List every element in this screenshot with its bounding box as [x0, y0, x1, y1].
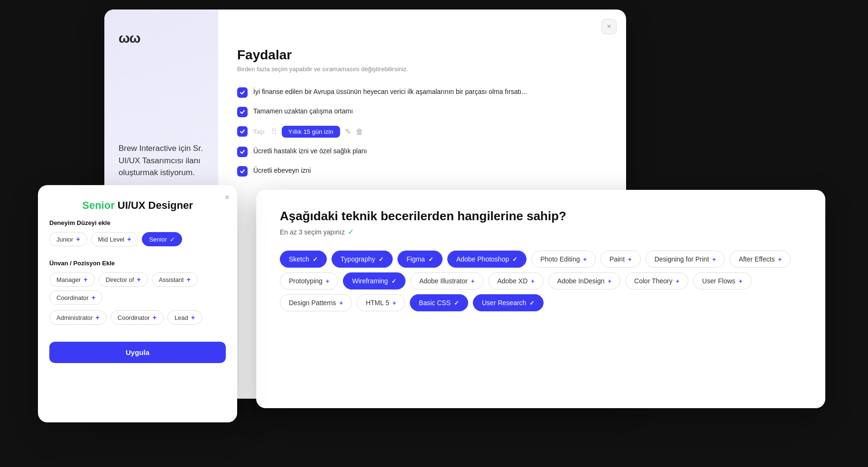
skill-photo-editing-plus-icon: + — [583, 256, 587, 263]
benefit-highlighted-row: Taşı ⠿ Yıllık 15 gün izin ✎ 🗑 — [253, 126, 363, 138]
skill-prototyping-plus-icon: + — [326, 278, 330, 285]
skill-figma[interactable]: Figma ✓ — [397, 251, 443, 268]
close-button[interactable]: × — [601, 19, 617, 34]
skill-user-research[interactable]: User Research ✓ — [473, 294, 544, 311]
skill-user-flows-label: User Flows — [702, 277, 735, 285]
skill-html5[interactable]: HTML 5 + — [357, 294, 405, 311]
title-rest: UI/UX Designer — [115, 199, 193, 211]
skills-title: Aşağıdaki teknik becerilerden hangilerin… — [280, 209, 802, 224]
benefit-text-5: Ücretli ebeveyn izni — [253, 166, 311, 176]
position-tag-coordinator1[interactable]: Coordinator + — [49, 290, 102, 305]
benefit-checkbox-2[interactable] — [237, 107, 248, 117]
card-mid-close-button[interactable]: × — [224, 193, 230, 203]
benefit-checkbox-5[interactable] — [237, 166, 248, 177]
benefit-checkbox-4[interactable] — [237, 147, 248, 157]
section-title: Faydalar — [237, 47, 607, 63]
edit-icon[interactable]: ✎ — [345, 127, 351, 136]
skill-designing-for-print-plus-icon: + — [712, 256, 716, 263]
benefit-tag-vacation: Yıllık 15 gün izin — [282, 126, 340, 138]
position-tag-lead[interactable]: Lead + — [167, 310, 202, 325]
logo: ωω — [119, 31, 140, 46]
skill-figma-check-icon: ✓ — [428, 256, 434, 263]
position-assistant-plus-icon: + — [186, 276, 190, 283]
skills-check-icon: ✓ — [348, 227, 354, 236]
skill-user-flows[interactable]: User Flows + — [693, 272, 751, 290]
skill-user-research-label: User Research — [482, 299, 526, 307]
skill-adobe-indesign-plus-icon: + — [608, 278, 612, 285]
skill-sketch-check-icon: ✓ — [313, 256, 318, 263]
exp-midlevel-plus-icon: + — [127, 235, 131, 243]
skill-adobe-illustrator[interactable]: Adobe Illustrator + — [410, 272, 484, 290]
skill-adobe-photoshop-label: Adobe Photoshop — [456, 255, 509, 263]
skill-user-flows-plus-icon: + — [739, 278, 742, 285]
benefit-item-4: Ücretli hastalık izni ve özel sağlık pla… — [237, 146, 607, 157]
benefit-checkbox-1[interactable] — [237, 87, 248, 98]
exp-senior-label: Senior — [149, 236, 167, 243]
position-tag-manager[interactable]: Manager + — [49, 272, 95, 287]
benefit-item-2: Tamamen uzaktan çalışma ortamı — [237, 106, 607, 117]
skill-prototyping-label: Prototyping — [289, 277, 323, 285]
skill-after-effects-label: After Effects — [739, 255, 775, 263]
skills-subtitle-text: En az 3 seçim yapınız — [280, 228, 345, 236]
skill-design-patterns-plus-icon: + — [340, 299, 343, 307]
position-director-plus-icon: + — [137, 276, 140, 283]
apply-button[interactable]: Uygula — [49, 342, 226, 363]
skill-wireframing-check-icon: ✓ — [391, 278, 397, 285]
skill-sketch[interactable]: Sketch ✓ — [280, 251, 327, 268]
exp-tag-junior[interactable]: Junior + — [49, 232, 87, 246]
position-tag-coordinator2[interactable]: Coordinator + — [111, 310, 164, 325]
position-coordinator2-label: Coordinator — [118, 314, 150, 321]
skill-color-theory[interactable]: Color Theory + — [625, 272, 688, 290]
left-panel-text: Brew Interactive için Sr. UI/UX Tasarımc… — [119, 142, 204, 179]
section-subtitle: Birden fazla seçim yapabilir ve sıramama… — [237, 65, 607, 73]
skill-sketch-label: Sketch — [289, 255, 309, 263]
skill-design-patterns[interactable]: Design Patterns + — [280, 294, 352, 311]
skill-wireframing-label: Wireframing — [352, 277, 388, 285]
skill-wireframing[interactable]: Wireframing ✓ — [343, 272, 405, 290]
skill-typography[interactable]: Typography ✓ — [332, 251, 393, 268]
benefit-item-1: İyi finanse edilen bir Avrupa üssünün he… — [237, 87, 607, 98]
position-lead-plus-icon: + — [191, 314, 195, 321]
delete-icon[interactable]: 🗑 — [356, 128, 363, 136]
position-section: Ünvan / Pozisyon Ekle Manager + Director… — [38, 260, 237, 338]
benefit-checkbox-3[interactable] — [237, 126, 248, 137]
skill-html5-label: HTML 5 — [366, 299, 389, 307]
skill-typography-label: Typography — [341, 255, 375, 263]
skill-prototyping[interactable]: Prototyping + — [280, 272, 338, 290]
skill-basic-css[interactable]: Basic CSS ✓ — [410, 294, 468, 311]
title-senior: Senior — [82, 199, 114, 211]
position-tag-group-row1: Manager + Director of + Assistant + Coor… — [49, 272, 226, 305]
exp-junior-plus-icon: + — [76, 235, 80, 243]
skill-basic-css-label: Basic CSS — [419, 299, 451, 307]
skill-basic-css-check-icon: ✓ — [454, 299, 459, 307]
skill-adobe-illustrator-label: Adobe Illustrator — [419, 277, 468, 285]
position-tag-group-row2: Administrator + Coordinator + Lead + — [49, 310, 226, 325]
skills-grid: Sketch ✓ Typography ✓ Figma ✓ Adobe Phot… — [280, 251, 802, 311]
skill-paint[interactable]: Paint + — [600, 251, 641, 268]
skill-adobe-xd[interactable]: Adobe XD + — [488, 272, 543, 290]
benefit-text-1: İyi finanse edilen bir Avrupa üssünün he… — [253, 87, 527, 97]
skill-typography-check-icon: ✓ — [379, 256, 384, 263]
exp-senior-check-icon: ✓ — [170, 236, 175, 243]
benefit-text-4: Ücretli hastalık izni ve özel sağlık pla… — [253, 146, 367, 156]
exp-tag-senior[interactable]: Senior ✓ — [142, 232, 182, 246]
exp-section: Deneyim Düzeyi ekle Junior + Mid Level +… — [38, 219, 237, 260]
position-tag-administrator[interactable]: Administrator + — [49, 310, 107, 325]
skills-subtitle: En az 3 seçim yapınız ✓ — [280, 227, 802, 236]
card-mid-title: Senior UI/UX Designer — [38, 185, 237, 219]
position-tag-assistant[interactable]: Assistant + — [152, 272, 198, 287]
skill-html5-plus-icon: + — [392, 299, 396, 307]
benefit-text-2: Tamamen uzaktan çalışma ortamı — [253, 106, 353, 116]
skill-adobe-photoshop[interactable]: Adobe Photoshop ✓ — [447, 251, 526, 268]
skill-designing-for-print[interactable]: Designing for Print + — [646, 251, 725, 268]
skill-photo-editing-label: Photo Editing — [540, 255, 580, 263]
skill-adobe-indesign[interactable]: Adobe InDesign + — [548, 272, 620, 290]
skill-adobe-photoshop-check-icon: ✓ — [512, 256, 517, 263]
exp-tag-group: Junior + Mid Level + Senior ✓ — [49, 232, 226, 246]
card-experience: × Senior UI/UX Designer Deneyim Düzeyi e… — [38, 185, 237, 422]
position-tag-director[interactable]: Director of + — [99, 272, 148, 287]
skill-photo-editing[interactable]: Photo Editing + — [531, 251, 596, 268]
skill-figma-label: Figma — [406, 255, 425, 263]
skill-after-effects[interactable]: After Effects + — [729, 251, 791, 268]
exp-tag-midlevel[interactable]: Mid Level + — [91, 232, 139, 246]
